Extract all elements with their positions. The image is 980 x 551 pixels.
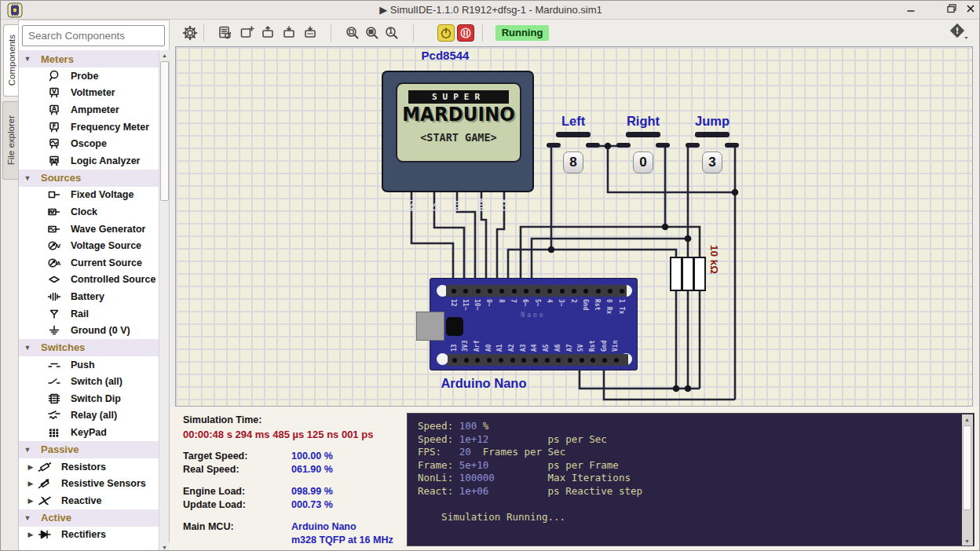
restore-button[interactable]	[943, 2, 960, 18]
component-item-reactive[interactable]: ▶Reactive	[19, 492, 160, 509]
component-item-wave-generator[interactable]: Wave Generator	[19, 221, 160, 238]
component-item-relay-all-[interactable]: Relay (all)	[19, 407, 160, 425]
button-key-badge-jump[interactable]: 3	[702, 151, 722, 173]
console-scrollbar[interactable]: ▲ ▼	[962, 414, 973, 546]
pin-5[interactable]	[536, 289, 540, 294]
component-item-resistive-sensors[interactable]: ▶Resistive Sensors	[19, 475, 160, 492]
component-item-switch-dip[interactable]: Switch Dip	[19, 390, 160, 407]
pin-0Rx[interactable]	[608, 289, 612, 294]
scroll-up-icon[interactable]: ▲	[159, 50, 170, 60]
pin-A6[interactable]	[556, 358, 561, 363]
component-item-push[interactable]: Push	[19, 356, 160, 374]
pause-simulation-icon[interactable]	[457, 24, 474, 42]
tab-file-explorer[interactable]: File explorer	[2, 101, 18, 180]
pin-Gnd[interactable]	[583, 289, 588, 294]
component-item-voltmeter[interactable]: VVoltmeter	[19, 85, 160, 102]
pin-8[interactable]	[499, 289, 504, 294]
pin-Gnd[interactable]	[602, 358, 607, 363]
component-item-frequency-meter[interactable]: FFrequency Meter	[19, 119, 160, 136]
pin-A5[interactable]	[545, 358, 550, 363]
pin-A2[interactable]	[510, 358, 515, 363]
pin-6[interactable]	[524, 289, 528, 294]
open-circuit-icon[interactable]	[260, 24, 277, 42]
component-item-ampmeter[interactable]: AAmpmeter	[19, 101, 160, 119]
pin-12[interactable]	[452, 289, 456, 294]
collapse-triangle-icon[interactable]: ▼	[19, 344, 35, 352]
pin-3[interactable]	[560, 289, 565, 294]
component-item-probe[interactable]: Probe	[19, 68, 160, 85]
circuit-canvas[interactable]: Pcd8544 SUPER MARDUINO <START GAME> RSTC…	[175, 46, 973, 407]
pin-Rst[interactable]	[591, 358, 595, 363]
component-item-controlled-source[interactable]: Controlled Source	[19, 272, 160, 289]
collapse-triangle-icon[interactable]: ▼	[19, 174, 35, 182]
expand-arrow-icon[interactable]: ▶	[25, 480, 36, 487]
board-reset-button[interactable]	[446, 317, 463, 336]
pin-A3[interactable]	[521, 358, 526, 363]
scroll-down-icon[interactable]: ▼	[962, 536, 972, 546]
zoom-fit-icon[interactable]	[344, 24, 361, 42]
recent-circuits-icon[interactable]	[217, 24, 234, 42]
simulation-console[interactable]: Speed: 100 %Speed: 1e+12 ps per SecFPS: …	[407, 413, 975, 546]
scroll-up-icon[interactable]: ▲	[962, 414, 972, 425]
button-key-badge-left[interactable]: 8	[563, 151, 583, 173]
search-components-input[interactable]	[22, 25, 165, 46]
minimize-button[interactable]	[902, 2, 920, 18]
sidebar-scrollbar[interactable]: ▲ ▼	[159, 50, 169, 551]
button-key-badge-right[interactable]: 0	[633, 151, 653, 173]
scroll-down-icon[interactable]: ▼	[159, 542, 170, 551]
power-circuit-icon[interactable]	[437, 24, 455, 42]
pin-9[interactable]	[488, 289, 492, 294]
component-item-oscope[interactable]: Oscope	[19, 135, 160, 152]
pin-2[interactable]	[572, 289, 576, 294]
collapse-triangle-icon[interactable]: ▼	[19, 446, 35, 454]
component-item-rail[interactable]: Rail	[19, 305, 160, 323]
pin-3V3[interactable]	[464, 358, 469, 363]
component-item-resistors[interactable]: ▶Resistors	[19, 458, 160, 476]
component-item-fixed-voltage[interactable]: Fixed Voltage	[19, 187, 160, 204]
pin-7[interactable]	[512, 289, 517, 294]
component-item-keypad[interactable]: KeyPad	[19, 424, 160, 441]
save-circuit-icon[interactable]	[281, 24, 298, 42]
component-item-voltage-source[interactable]: VVoltage Source	[19, 237, 160, 254]
pin-1Tx[interactable]	[620, 289, 624, 294]
pin-Vin[interactable]	[614, 358, 619, 363]
scrollbar-thumb[interactable]	[963, 425, 971, 510]
pin-Rst[interactable]	[596, 289, 601, 294]
component-item-battery[interactable]: Battery	[19, 288, 160, 305]
pin-A4[interactable]	[533, 358, 538, 363]
collapse-triangle-icon[interactable]: ▼	[19, 55, 35, 63]
pin-11[interactable]	[463, 289, 468, 294]
pcd8544-display[interactable]: SUPER MARDUINO <START GAME> RSTCSD/CDINC…	[382, 71, 534, 192]
component-item-switch-all-[interactable]: Switch (all)	[19, 374, 160, 391]
component-item-rectifiers[interactable]: ▶Rectifiers	[19, 527, 160, 544]
collapse-triangle-icon[interactable]: ▼	[19, 514, 35, 522]
category-header-passive[interactable]: ▼Passive	[19, 441, 160, 458]
pin-5V[interactable]	[580, 358, 584, 363]
settings-icon[interactable]	[181, 24, 199, 42]
push-button-right[interactable]	[626, 132, 660, 137]
close-button[interactable]	[962, 2, 979, 18]
pin-A7[interactable]	[568, 358, 572, 363]
save-as-circuit-icon[interactable]	[302, 24, 320, 42]
zoom-one-icon[interactable]: 1	[383, 24, 400, 42]
expand-arrow-icon[interactable]: ▶	[25, 531, 36, 538]
category-header-active[interactable]: ▼Active	[19, 509, 160, 527]
tab-components[interactable]: Components	[3, 24, 19, 97]
expand-arrow-icon[interactable]: ▶	[25, 463, 36, 471]
info-button[interactable]: !	[947, 23, 971, 43]
push-button-left[interactable]	[556, 132, 591, 137]
pin-Arf[interactable]	[475, 358, 480, 363]
category-header-switches[interactable]: ▼Switches	[19, 339, 160, 356]
component-item-logic-analyzer[interactable]: Logic Analyzer	[19, 152, 160, 170]
pin-13[interactable]	[452, 358, 457, 363]
category-header-sources[interactable]: ▼Sources	[19, 170, 160, 187]
component-item-ground-0-v-[interactable]: Ground (0 V)	[19, 322, 160, 339]
expand-arrow-icon[interactable]: ▶	[25, 497, 36, 505]
zoom-selected-icon[interactable]	[364, 24, 381, 42]
category-header-meters[interactable]: ▼Meters	[19, 50, 160, 68]
scrollbar-thumb[interactable]	[160, 61, 169, 201]
pin-A1[interactable]	[499, 358, 503, 363]
push-button-jump[interactable]	[695, 132, 730, 137]
component-item-current-source[interactable]: ACurrent Source	[19, 254, 160, 272]
new-circuit-icon[interactable]	[239, 24, 256, 42]
